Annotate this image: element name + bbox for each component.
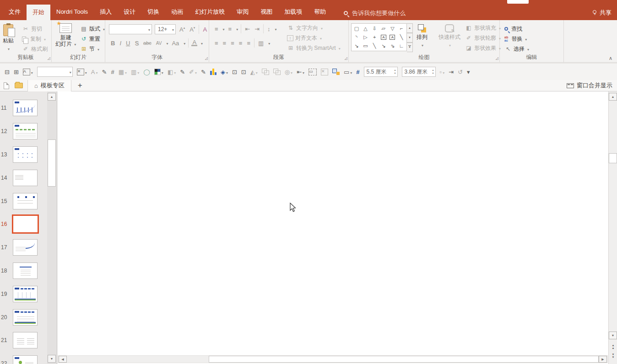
text-eyedropper-icon[interactable]: ✎ [102, 69, 107, 75]
find-button[interactable]: 查找 [504, 24, 529, 34]
slide-thumbnail[interactable] [13, 355, 38, 364]
vertical-scroll-thumb[interactable] [609, 153, 617, 163]
combine-shapes-icon[interactable]: ◎ [285, 69, 292, 75]
ungroup-icon[interactable] [273, 69, 281, 75]
align-left-button[interactable]: ≡ [214, 40, 219, 47]
scroll-up-button[interactable] [609, 93, 617, 101]
placeholder-tool-icon[interactable]: ✕ [77, 69, 87, 75]
ribbon-tab-3[interactable]: 插入 [94, 5, 118, 19]
shape-outline-tool-icon[interactable]: ✐ [189, 69, 197, 75]
reset-button[interactable]: ↺重置 [80, 34, 105, 44]
titlebar-partial-button[interactable] [507, 0, 529, 4]
numbering-button[interactable]: ≡ [227, 26, 233, 32]
picture-tool-icon[interactable]: ▦ [119, 69, 127, 75]
clear-formatting-button[interactable]: A [202, 26, 208, 33]
ribbon-tab-6[interactable]: 动画 [165, 5, 189, 19]
ribbon-tab-1[interactable]: 开始 [27, 5, 50, 20]
line-shape[interactable]: ╲ [400, 33, 403, 41]
columns-button[interactable]: ▥ [257, 40, 265, 47]
decrease-font-size-button[interactable]: A [189, 26, 196, 33]
select-button[interactable]: ↖选择 [504, 44, 529, 54]
arrange-button[interactable]: 排列 [417, 20, 428, 54]
scroll-left-button[interactable] [59, 356, 67, 363]
delete-tool-icon[interactable]: ✕ [321, 69, 328, 75]
align-text-button[interactable]: ↕对齐文本 [287, 33, 341, 43]
ribbon-tab-5[interactable]: 切换 [141, 5, 165, 19]
gridlines-icon[interactable]: # [356, 69, 359, 75]
copy-button[interactable]: 复制 [22, 34, 48, 44]
clipboard-dialog-launcher[interactable]: ◿ [48, 57, 50, 60]
triangle-shape[interactable]: △ [363, 25, 367, 32]
slide-canvas[interactable] [58, 91, 608, 364]
spinner-arrows[interactable] [395, 69, 397, 75]
toolbar-overflow-icon[interactable]: ▾ [467, 69, 470, 75]
align-objects2-icon[interactable]: ⇥ [449, 69, 454, 75]
increase-indent-button[interactable]: ⇥ [254, 26, 260, 32]
slide-row-12[interactable]: 12 [0, 120, 47, 143]
convert-smartart-button[interactable]: ⊞转换为 SmartArt [287, 43, 341, 53]
vertical-scrollbar[interactable] [608, 91, 617, 364]
shape-outline-button[interactable]: ✐形状轮廓 [465, 33, 501, 43]
slide-row-20[interactable]: 20 [0, 305, 47, 329]
chart-tool-icon[interactable] [210, 69, 216, 75]
snip-corner-shape[interactable]: ⌐ [400, 25, 403, 32]
fill-eyedropper-icon[interactable]: ✎ [180, 69, 185, 75]
group-icon[interactable] [262, 69, 269, 75]
bold-button[interactable]: B [110, 40, 116, 47]
ribbon-tab-11[interactable]: 帮助 [308, 5, 332, 19]
text-shadow-button[interactable]: S [134, 40, 140, 47]
text-direction-button[interactable]: ⇅文字方向 [287, 23, 341, 33]
crop-center-icon[interactable]: ⊡ [241, 69, 246, 75]
rounded-rectangle-shape[interactable]: ▢ [354, 25, 359, 32]
share-button[interactable]: 共享 [592, 9, 612, 17]
slide-thumbnail[interactable] [13, 146, 38, 163]
panel-scroll-down-button[interactable] [48, 355, 56, 363]
slide-thumbnail[interactable] [13, 100, 38, 116]
panel-scrollbar[interactable] [47, 91, 57, 364]
strikethrough-button[interactable]: abc [142, 40, 152, 46]
slide-row-21[interactable]: 21 [0, 329, 47, 352]
slide-thumbnail[interactable] [13, 262, 38, 279]
horizontal-scrollbar[interactable] [58, 355, 608, 363]
decrease-indent-button[interactable]: ⇤ [244, 26, 251, 32]
size-position-icon[interactable]: ▭ [344, 69, 352, 75]
underline-button[interactable]: U [125, 40, 131, 47]
trapezoid-shape[interactable]: ▱ [382, 25, 385, 32]
double-arrow-shape[interactable]: ⇘ [390, 42, 395, 50]
inverted-triangle-shape[interactable]: ▽ [390, 25, 394, 32]
slide-thumbnail[interactable] [13, 309, 38, 326]
horizontal-scroll-thumb[interactable] [209, 356, 599, 363]
slide-row-16[interactable]: 16 [0, 213, 47, 236]
rectangle-shape[interactable]: ▭ [363, 42, 368, 50]
font-dialog-launcher[interactable]: ◿ [205, 57, 208, 60]
slide-row-22[interactable]: 22 [0, 352, 47, 364]
bullets-button[interactable]: ≡ [214, 26, 219, 32]
slide-row-17[interactable]: 17 [0, 236, 47, 259]
ribbon-tab-10[interactable]: 加载项 [278, 5, 308, 19]
slide-row-18[interactable]: 18 [0, 259, 47, 283]
align-middle-icon[interactable]: ⊞ [14, 69, 19, 75]
text-box-tool-icon[interactable]: A [23, 69, 33, 75]
italic-button[interactable]: I [119, 40, 122, 47]
slide-thumbnail[interactable] [13, 286, 38, 302]
panel-scroll-thumb[interactable] [48, 139, 56, 187]
slide-row-11[interactable]: 11 [0, 96, 47, 120]
cross-shape[interactable]: + [373, 33, 376, 41]
shape-effects-button[interactable]: ◪形状效果 [465, 43, 501, 53]
slide-thumbnail[interactable] [12, 214, 39, 234]
slide-thumbnail[interactable] [13, 239, 38, 256]
arrow-line-shape[interactable]: ↘ [354, 42, 358, 50]
font-tool-icon[interactable]: A [91, 69, 98, 75]
tell-me-search[interactable]: 告诉我你想要做什么 [344, 6, 406, 20]
diagonal-arrow-shape[interactable]: ↘ [381, 42, 385, 50]
line-spacing-button[interactable]: ↕ [266, 26, 271, 32]
style-combo[interactable] [37, 67, 73, 77]
next-slide-button[interactable] [610, 353, 616, 359]
shape-style-icon[interactable]: ▫ [440, 69, 445, 75]
pentagon-shape[interactable]: ▷ [363, 33, 367, 41]
slide-thumbnail[interactable] [13, 170, 38, 186]
shape-fill-tool-icon[interactable]: ◧ [168, 69, 176, 75]
ribbon-tab-2[interactable]: Nordri Tools [50, 5, 94, 19]
panel-scroll-up-button[interactable] [48, 93, 56, 101]
new-tab-button[interactable]: + [71, 81, 89, 90]
